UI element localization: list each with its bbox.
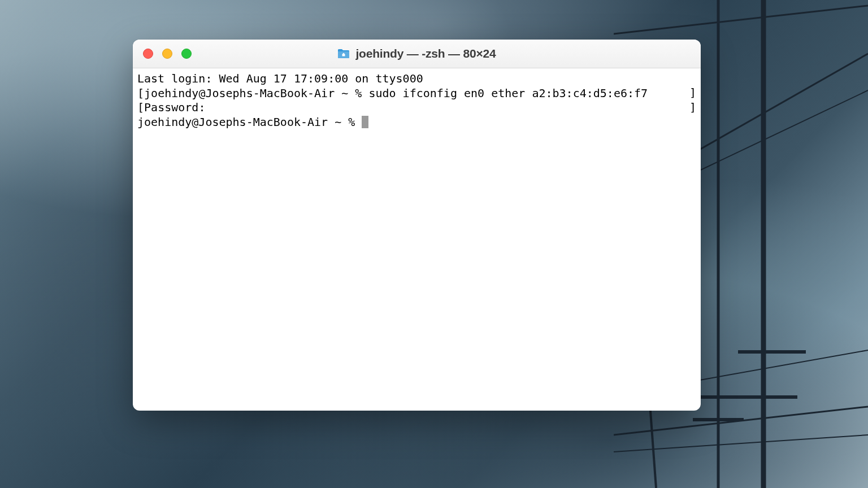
terminal-content[interactable]: Last login: Wed Aug 17 17:09:00 on ttys0… xyxy=(133,68,701,411)
bracket-close: ] xyxy=(689,86,696,101)
terminal-password-line: [Password:] xyxy=(137,101,696,115)
shell-prompt: joehindy@Josephs-MacBook-Air ~ % xyxy=(137,115,362,129)
shell-prompt: joehindy@Josephs-MacBook-Air ~ % xyxy=(144,86,368,100)
window-titlebar[interactable]: joehindy — -zsh — 80×24 xyxy=(133,40,701,68)
command-text: sudo ifconfig en0 ether a2:b3:c4:d5:e6:f… xyxy=(368,86,648,100)
svg-rect-14 xyxy=(741,395,797,399)
terminal-prompt-line: joehindy@Josephs-MacBook-Air ~ % xyxy=(137,115,696,130)
title-container: joehindy — -zsh — 80×24 xyxy=(133,47,701,60)
terminal-cursor xyxy=(362,116,368,128)
bracket-open: [ xyxy=(137,101,144,114)
svg-rect-12 xyxy=(693,418,744,421)
terminal-command-line: [joehindy@Josephs-MacBook-Air ~ % sudo i… xyxy=(137,86,696,101)
home-folder-icon xyxy=(337,49,350,59)
close-button[interactable] xyxy=(143,49,153,59)
bracket-open: [ xyxy=(137,86,144,100)
terminal-window: joehindy — -zsh — 80×24 Last login: Wed … xyxy=(133,40,701,411)
window-title: joehindy — -zsh — 80×24 xyxy=(355,47,496,60)
terminal-last-login: Last login: Wed Aug 17 17:09:00 on ttys0… xyxy=(137,72,696,86)
traffic-lights xyxy=(143,49,192,59)
password-prompt: Password: xyxy=(144,101,205,114)
zoom-button[interactable] xyxy=(181,49,192,59)
svg-line-6 xyxy=(614,407,868,435)
svg-rect-13 xyxy=(738,350,806,354)
svg-line-7 xyxy=(614,435,868,452)
svg-line-2 xyxy=(614,6,868,34)
minimize-button[interactable] xyxy=(162,49,172,59)
bracket-close: ] xyxy=(689,101,696,115)
